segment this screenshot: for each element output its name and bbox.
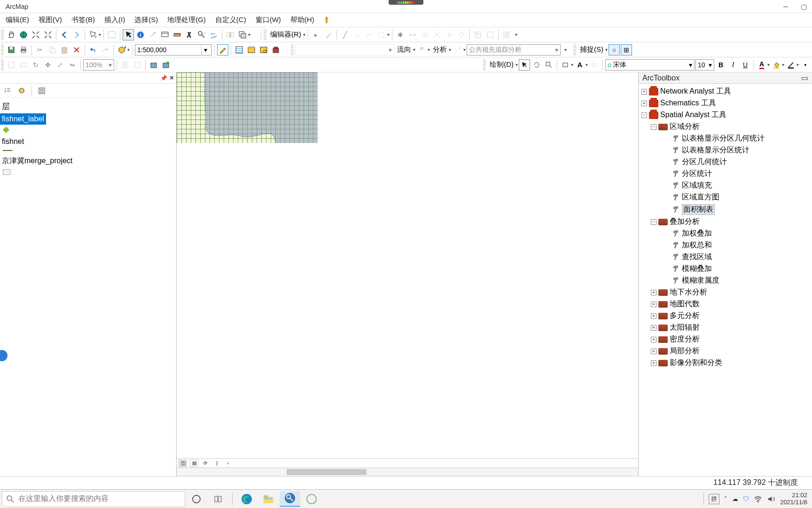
- print-button[interactable]: [18, 44, 29, 56]
- menu-help[interactable]: 帮助(H): [286, 14, 319, 26]
- font-size-combo[interactable]: 10 ▾: [695, 59, 714, 71]
- cortana-button[interactable]: [186, 491, 207, 507]
- list-by-source-button[interactable]: [16, 85, 27, 96]
- toolbox-schematics[interactable]: Schematics 工具: [660, 98, 716, 108]
- draw-dropdown[interactable]: ▾: [515, 62, 518, 67]
- trace-button[interactable]: [364, 29, 375, 40]
- draw-rectangle-button[interactable]: [560, 59, 571, 71]
- pause-drawing-button[interactable]: ‖: [212, 460, 221, 467]
- find-button[interactable]: [184, 29, 195, 40]
- clear-selection-button[interactable]: [106, 29, 117, 40]
- draw-rotate-button[interactable]: [531, 59, 542, 71]
- forward-button[interactable]: [71, 29, 82, 40]
- georef-button-1[interactable]: [6, 59, 17, 71]
- pin-icon[interactable]: 📌: [160, 75, 167, 81]
- toc-layer-fishnet[interactable]: fishnet: [0, 136, 176, 147]
- goto-xy-button[interactable]: XY: [208, 29, 219, 40]
- arc-segment-button[interactable]: [351, 29, 363, 40]
- tool-zonalgeom-table[interactable]: 以表格显示分区几何统计: [682, 134, 765, 143]
- georef-update-button[interactable]: [148, 59, 159, 71]
- edit-tool-button[interactable]: ▸: [311, 29, 322, 40]
- redo-button[interactable]: [100, 44, 111, 56]
- trace-task-combo[interactable]: 公共祖先追踪分析 ▾: [467, 44, 561, 56]
- georef-scale-button[interactable]: ⤢: [55, 59, 66, 71]
- menu-selection[interactable]: 选择(S): [130, 14, 163, 26]
- draw-text-button[interactable]: A: [574, 59, 586, 71]
- tray-wifi-icon[interactable]: [754, 495, 762, 503]
- tool-zonal-geometry[interactable]: 分区几何统计: [682, 157, 727, 167]
- collapse-icon[interactable]: −: [651, 219, 656, 225]
- paste-button[interactable]: [59, 44, 70, 56]
- catalog-button[interactable]: [246, 44, 257, 56]
- toolbox-spatial-analyst[interactable]: Spatial Analyst 工具: [660, 110, 726, 120]
- expand-icon[interactable]: +: [651, 325, 656, 331]
- flag-dropdown[interactable]: ▾: [428, 47, 430, 52]
- straight-segment-button[interactable]: ╱: [339, 29, 351, 40]
- georef-button-2[interactable]: [18, 59, 29, 71]
- edit-annotation-button[interactable]: [323, 29, 334, 40]
- collapse-icon[interactable]: −: [641, 112, 647, 118]
- menu-customize[interactable]: 自定义(C): [211, 14, 251, 26]
- measure-button[interactable]: [172, 29, 183, 40]
- maximize-button[interactable]: ▢: [800, 3, 807, 10]
- expand-icon[interactable]: +: [651, 290, 656, 295]
- solve-dropdown[interactable]: ▾: [463, 47, 466, 52]
- menu-geoprocessing[interactable]: 地理处理(G): [163, 14, 211, 26]
- editor-toolbar-button[interactable]: [217, 44, 228, 56]
- menu-bookmarks[interactable]: 书签(B): [67, 14, 100, 26]
- analysis-menu[interactable]: 分析: [431, 45, 449, 54]
- close-icon[interactable]: ✕: [169, 74, 174, 81]
- network-overflow[interactable]: ▾: [564, 47, 567, 52]
- editor-menu[interactable]: 编辑器(R): [268, 30, 303, 39]
- georef-rotate-button[interactable]: ↻: [30, 59, 41, 71]
- line-color-dropdown[interactable]: ▾: [796, 62, 799, 67]
- data-view-button[interactable]: ◫: [179, 460, 187, 467]
- time-slider-button[interactable]: [225, 29, 236, 40]
- toolbar-grip[interactable]: [483, 60, 486, 70]
- copy-button[interactable]: [47, 44, 58, 56]
- toc-layer-fishnet-label[interactable]: fishnet_label: [0, 113, 46, 125]
- sketch-properties-button[interactable]: [484, 29, 496, 40]
- toolset-segmentation[interactable]: 影像分割和分类: [670, 358, 722, 368]
- toc-tree[interactable]: 层 fishnet_label fishnet 京津冀merge_project: [0, 98, 176, 476]
- toolbar-grip[interactable]: [573, 45, 576, 55]
- expand-icon[interactable]: +: [651, 360, 656, 366]
- select-dropdown[interactable]: ▾: [99, 32, 101, 37]
- add-data-dropdown[interactable]: ▾: [127, 47, 130, 52]
- tool-fuzzy-overlay[interactable]: 模糊叠加: [682, 264, 712, 274]
- georef-auto-button[interactable]: [160, 59, 172, 71]
- taskbar-explorer[interactable]: [258, 491, 279, 507]
- expand-icon[interactable]: +: [651, 302, 656, 307]
- tray-onedrive-icon[interactable]: ☁: [732, 495, 738, 502]
- select-elements-button[interactable]: [87, 29, 99, 40]
- find-route-button[interactable]: [196, 29, 207, 40]
- collapse-icon[interactable]: −: [651, 124, 656, 130]
- segment-dropdown[interactable]: ▾: [387, 32, 390, 37]
- toolset-map-algebra[interactable]: 地图代数: [670, 299, 700, 309]
- menu-windows[interactable]: 窗口(W): [251, 14, 286, 26]
- zoom-in-fixed-button[interactable]: [30, 29, 41, 40]
- create-viewer-button[interactable]: [237, 29, 248, 40]
- rotate-button[interactable]: [456, 29, 467, 40]
- right-angle-button[interactable]: [376, 29, 387, 40]
- split-button[interactable]: [444, 29, 455, 40]
- toolbox-network-analyst[interactable]: Network Analyst 工具: [660, 87, 731, 96]
- analysis-dropdown[interactable]: ▾: [449, 47, 451, 52]
- select-graphic-button[interactable]: [519, 59, 530, 71]
- menu-edit[interactable]: 编辑(E): [1, 14, 34, 26]
- toolset-zone-analysis[interactable]: 区域分析: [670, 122, 700, 132]
- ime-indicator[interactable]: 拼: [709, 494, 719, 504]
- arctoolbox-tree[interactable]: +Network Analyst 工具 +Schematics 工具 −Spat…: [639, 84, 812, 476]
- flow-direction-menu[interactable]: 流向: [395, 45, 413, 54]
- tool-zonal-histogram[interactable]: 区域直方图: [682, 192, 719, 202]
- tray-chevron-up-icon[interactable]: ˄: [724, 495, 727, 502]
- toolset-overlay-analysis[interactable]: 叠加分析: [670, 217, 700, 227]
- table-of-contents-button[interactable]: [234, 44, 245, 56]
- solve-button[interactable]: [452, 44, 463, 56]
- list-by-drawing-order-button[interactable]: [2, 85, 13, 96]
- expand-icon[interactable]: +: [641, 101, 647, 106]
- menu-insert[interactable]: 插入(I): [100, 14, 130, 26]
- tray-clock[interactable]: 21:02 2021/11/8: [780, 492, 807, 506]
- expand-icon[interactable]: +: [641, 89, 647, 95]
- fill-color-button[interactable]: [771, 59, 782, 71]
